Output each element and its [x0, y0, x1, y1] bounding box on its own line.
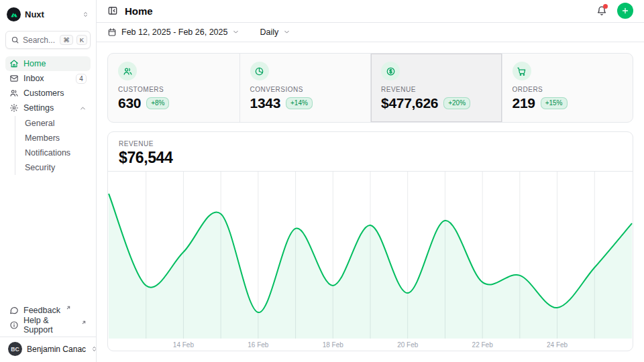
- sidebar-nav: Home Inbox 4 Customers Settings Genera: [5, 56, 91, 175]
- stat-card-orders[interactable]: ORDERS 219 +15%: [502, 54, 633, 122]
- sidebar-item-customers[interactable]: Customers: [5, 86, 91, 101]
- revenue-chart-card: REVENUE $76,544 14 Feb16 Feb18 Feb20 Feb…: [107, 131, 633, 351]
- home-icon: [9, 59, 19, 68]
- sidebar-item-label: Inbox: [23, 74, 44, 83]
- sidebar-item-help-support[interactable]: Help & Support: [5, 318, 91, 333]
- x-tick-label: 16 Feb: [248, 341, 268, 349]
- chart-pie-icon: [250, 62, 269, 80]
- circle-dollar-icon: [381, 62, 400, 80]
- stat-card-revenue[interactable]: REVENUE $477,626 +20%: [370, 54, 502, 122]
- x-tick-label: 14 Feb: [173, 341, 194, 349]
- workspace-switcher[interactable]: Nuxt: [7, 6, 89, 22]
- calendar-icon: [107, 27, 117, 37]
- chat-bubble-icon: [9, 306, 19, 315]
- external-link-icon: [81, 320, 87, 325]
- cart-icon: [513, 62, 531, 80]
- stat-delta-badge: +8%: [146, 97, 169, 109]
- users-icon: [118, 62, 137, 80]
- kbd-cmd: ⌘: [60, 35, 73, 45]
- sidebar-item-label: Settings: [23, 103, 54, 113]
- x-tick-label: 20 Feb: [397, 341, 418, 349]
- stat-label: CUSTOMERS: [118, 86, 229, 93]
- x-tick-label: 18 Feb: [323, 341, 343, 349]
- inbox-count-badge: 4: [76, 74, 87, 84]
- x-tick-label: 24 Feb: [547, 341, 568, 349]
- dashboard-content: CUSTOMERS 630 +8% CONVERSIONS 1343 +14%: [97, 42, 644, 362]
- sub-item-label: Security: [25, 163, 55, 172]
- stat-value: $477,626: [381, 95, 438, 111]
- search-icon: [11, 36, 19, 44]
- sidebar-item-members[interactable]: Members: [25, 131, 91, 145]
- x-axis-tick-labels: 14 Feb16 Feb18 Feb20 Feb22 Feb24 Feb: [108, 339, 633, 351]
- info-circle-icon: [9, 320, 19, 330]
- notifications-button[interactable]: [596, 5, 607, 16]
- avatar: BC: [8, 342, 22, 356]
- stat-delta-badge: +15%: [541, 97, 568, 109]
- chart-metric-value: $76,544: [119, 149, 622, 167]
- main-area: Home Feb 12, 2025 - Feb 26, 2025 Daily: [97, 0, 644, 362]
- users-icon: [9, 88, 19, 98]
- stat-delta-badge: +14%: [286, 97, 313, 109]
- chevron-down-icon: [232, 28, 239, 36]
- chart-header: REVENUE $76,544: [108, 132, 633, 172]
- sidebar-item-general[interactable]: General: [25, 116, 91, 131]
- gear-icon: [9, 103, 19, 113]
- chart-canvas: [108, 172, 633, 339]
- page-title: Home: [125, 5, 153, 17]
- sidebar-item-label: Feedback: [23, 306, 60, 315]
- sidebar-item-notifications[interactable]: Notifications: [25, 145, 91, 160]
- filters-toolbar: Feb 12, 2025 - Feb 26, 2025 Daily: [97, 23, 644, 42]
- add-button[interactable]: [617, 3, 633, 19]
- sidebar-item-settings[interactable]: Settings: [5, 101, 91, 115]
- user-menu[interactable]: BC Benjamin Canac: [5, 341, 91, 358]
- stat-card-conversions[interactable]: CONVERSIONS 1343 +14%: [239, 54, 371, 122]
- external-link-icon: [66, 305, 71, 310]
- sub-item-label: General: [25, 119, 54, 128]
- stat-value: 1343: [250, 95, 281, 111]
- stat-label: ORDERS: [513, 86, 623, 93]
- sidebar-item-label: Help & Support: [23, 316, 76, 335]
- sidebar-divider: [0, 337, 96, 337]
- period-value: Daily: [260, 27, 278, 37]
- revenue-area-chart[interactable]: [108, 172, 633, 339]
- settings-submenu: General Members Notifications Security: [15, 116, 91, 175]
- collapse-sidebar-button[interactable]: [107, 5, 118, 16]
- sidebar-item-label: Home: [23, 59, 46, 68]
- sidebar: Nuxt Search... ⌘ K Home Inbox 4: [0, 0, 97, 362]
- chevron-down-icon: [283, 28, 290, 36]
- sidebar-item-inbox[interactable]: Inbox 4: [5, 71, 91, 86]
- brand-name: Nuxt: [25, 9, 44, 19]
- sub-item-label: Notifications: [25, 148, 70, 158]
- stats-row: CUSTOMERS 630 +8% CONVERSIONS 1343 +14%: [107, 53, 633, 123]
- sidebar-item-home[interactable]: Home: [5, 56, 91, 71]
- stat-label: REVENUE: [381, 86, 492, 93]
- stat-value: 219: [513, 95, 535, 111]
- date-range-picker[interactable]: Feb 12, 2025 - Feb 26, 2025: [107, 27, 239, 37]
- plus-icon: [621, 7, 629, 15]
- search-placeholder: Search...: [23, 36, 56, 45]
- user-name: Benjamin Canac: [27, 345, 86, 354]
- page-header: Home: [97, 0, 644, 23]
- sub-item-label: Members: [25, 133, 60, 143]
- chart-metric-label: REVENUE: [119, 140, 622, 147]
- period-select[interactable]: Daily: [260, 27, 290, 37]
- stat-label: CONVERSIONS: [250, 86, 361, 93]
- sidebar-item-label: Customers: [23, 88, 64, 98]
- sidebar-item-security[interactable]: Security: [25, 160, 91, 175]
- date-range-value: Feb 12, 2025 - Feb 26, 2025: [121, 27, 227, 37]
- stat-delta-badge: +20%: [443, 97, 470, 109]
- stat-value: 630: [118, 95, 141, 111]
- nuxt-logo-icon: [7, 7, 21, 21]
- chevron-up-down-icon: [82, 11, 89, 18]
- x-tick-label: 22 Feb: [472, 341, 493, 349]
- kbd-k: K: [76, 35, 87, 45]
- sidebar-spacer: [5, 175, 91, 303]
- search-input[interactable]: Search... ⌘ K: [5, 31, 91, 49]
- stat-card-customers[interactable]: CUSTOMERS 630 +8%: [108, 54, 239, 122]
- chevron-up-icon: [79, 105, 87, 112]
- inbox-icon: [9, 74, 19, 83]
